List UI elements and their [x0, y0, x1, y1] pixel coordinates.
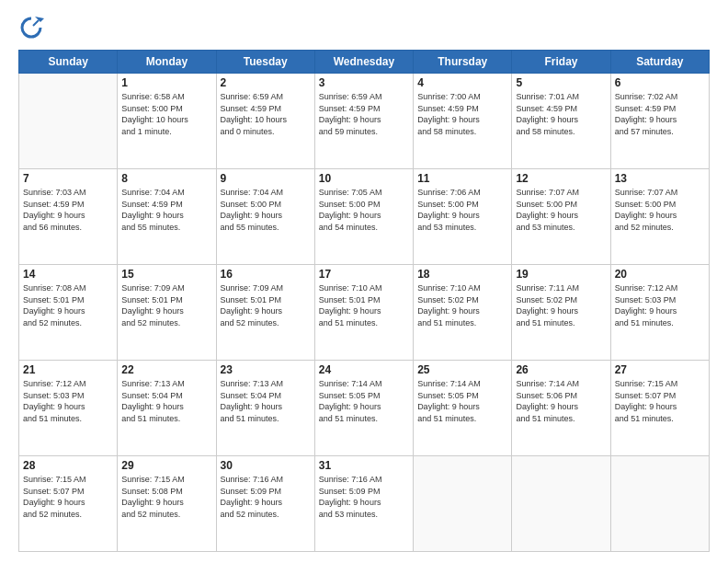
day-info: Sunrise: 7:11 AM Sunset: 5:02 PM Dayligh… [516, 282, 606, 328]
day-number: 23 [221, 363, 311, 376]
day-info: Sunrise: 7:09 AM Sunset: 5:01 PM Dayligh… [121, 282, 211, 328]
day-cell: 11Sunrise: 7:06 AM Sunset: 5:00 PM Dayli… [414, 169, 512, 265]
day-number: 9 [221, 172, 311, 185]
weekday-header-friday: Friday [512, 51, 610, 74]
day-number: 3 [319, 76, 409, 89]
day-number: 21 [23, 363, 113, 376]
day-info: Sunrise: 6:59 AM Sunset: 4:59 PM Dayligh… [221, 91, 311, 137]
day-cell [414, 456, 512, 552]
day-info: Sunrise: 7:01 AM Sunset: 4:59 PM Dayligh… [516, 91, 606, 137]
day-number: 4 [417, 76, 507, 89]
day-info: Sunrise: 7:14 AM Sunset: 5:06 PM Dayligh… [516, 378, 606, 424]
day-cell: 19Sunrise: 7:11 AM Sunset: 5:02 PM Dayli… [512, 265, 610, 361]
day-cell: 28Sunrise: 7:15 AM Sunset: 5:07 PM Dayli… [19, 456, 118, 552]
day-number: 8 [121, 172, 211, 185]
day-info: Sunrise: 7:07 AM Sunset: 5:00 PM Dayligh… [516, 187, 606, 233]
day-number: 31 [319, 459, 409, 472]
day-number: 5 [516, 76, 606, 89]
week-row-3: 21Sunrise: 7:12 AM Sunset: 5:03 PM Dayli… [19, 361, 710, 456]
day-info: Sunrise: 7:16 AM Sunset: 5:09 PM Dayligh… [221, 474, 311, 520]
day-info: Sunrise: 7:15 AM Sunset: 5:08 PM Dayligh… [121, 474, 211, 520]
weekday-header-thursday: Thursday [414, 51, 512, 74]
day-info: Sunrise: 7:15 AM Sunset: 5:07 PM Dayligh… [615, 378, 705, 424]
day-cell: 22Sunrise: 7:13 AM Sunset: 5:04 PM Dayli… [118, 361, 216, 456]
day-info: Sunrise: 6:58 AM Sunset: 5:00 PM Dayligh… [121, 91, 211, 137]
week-row-0: 1Sunrise: 6:58 AM Sunset: 5:00 PM Daylig… [19, 74, 710, 169]
header [18, 15, 710, 40]
day-cell: 5Sunrise: 7:01 AM Sunset: 4:59 PM Daylig… [512, 74, 610, 169]
day-cell: 27Sunrise: 7:15 AM Sunset: 5:07 PM Dayli… [610, 361, 709, 456]
weekday-header-monday: Monday [118, 51, 216, 74]
day-cell: 26Sunrise: 7:14 AM Sunset: 5:06 PM Dayli… [512, 361, 610, 456]
day-cell: 29Sunrise: 7:15 AM Sunset: 5:08 PM Dayli… [118, 456, 216, 552]
day-info: Sunrise: 7:15 AM Sunset: 5:07 PM Dayligh… [23, 474, 113, 520]
day-number: 15 [121, 268, 211, 281]
day-number: 13 [615, 172, 705, 185]
weekday-header-row: SundayMondayTuesdayWednesdayThursdayFrid… [19, 51, 710, 74]
week-row-4: 28Sunrise: 7:15 AM Sunset: 5:07 PM Dayli… [19, 456, 710, 552]
day-cell: 23Sunrise: 7:13 AM Sunset: 5:04 PM Dayli… [216, 361, 314, 456]
day-info: Sunrise: 7:14 AM Sunset: 5:05 PM Dayligh… [417, 378, 507, 424]
day-cell [512, 456, 610, 552]
day-number: 7 [23, 172, 113, 185]
week-row-1: 7Sunrise: 7:03 AM Sunset: 4:59 PM Daylig… [19, 169, 710, 265]
day-number: 1 [121, 76, 211, 89]
day-info: Sunrise: 7:16 AM Sunset: 5:09 PM Dayligh… [319, 474, 409, 520]
day-info: Sunrise: 7:14 AM Sunset: 5:05 PM Dayligh… [319, 378, 409, 424]
day-number: 16 [221, 268, 311, 281]
day-info: Sunrise: 7:12 AM Sunset: 5:03 PM Dayligh… [615, 282, 705, 328]
day-cell: 17Sunrise: 7:10 AM Sunset: 5:01 PM Dayli… [314, 265, 413, 361]
day-info: Sunrise: 7:04 AM Sunset: 5:00 PM Dayligh… [221, 187, 311, 233]
day-info: Sunrise: 7:10 AM Sunset: 5:01 PM Dayligh… [319, 282, 409, 328]
day-cell: 9Sunrise: 7:04 AM Sunset: 5:00 PM Daylig… [216, 169, 314, 265]
day-cell: 21Sunrise: 7:12 AM Sunset: 5:03 PM Dayli… [19, 361, 118, 456]
day-info: Sunrise: 7:05 AM Sunset: 5:00 PM Dayligh… [319, 187, 409, 233]
day-info: Sunrise: 7:03 AM Sunset: 4:59 PM Dayligh… [23, 187, 113, 233]
day-cell: 20Sunrise: 7:12 AM Sunset: 5:03 PM Dayli… [610, 265, 709, 361]
day-info: Sunrise: 7:04 AM Sunset: 4:59 PM Dayligh… [121, 187, 211, 233]
day-cell: 25Sunrise: 7:14 AM Sunset: 5:05 PM Dayli… [414, 361, 512, 456]
day-number: 14 [23, 268, 113, 281]
day-info: Sunrise: 7:08 AM Sunset: 5:01 PM Dayligh… [23, 282, 113, 328]
day-cell: 7Sunrise: 7:03 AM Sunset: 4:59 PM Daylig… [19, 169, 118, 265]
weekday-header-wednesday: Wednesday [314, 51, 413, 74]
day-cell: 4Sunrise: 7:00 AM Sunset: 4:59 PM Daylig… [414, 74, 512, 169]
day-cell: 14Sunrise: 7:08 AM Sunset: 5:01 PM Dayli… [19, 265, 118, 361]
day-number: 24 [319, 363, 409, 376]
day-cell: 12Sunrise: 7:07 AM Sunset: 5:00 PM Dayli… [512, 169, 610, 265]
page: SundayMondayTuesdayWednesdayThursdayFrid… [0, 0, 728, 563]
day-number: 6 [615, 76, 705, 89]
day-number: 2 [221, 76, 311, 89]
day-cell: 8Sunrise: 7:04 AM Sunset: 4:59 PM Daylig… [118, 169, 216, 265]
day-cell: 13Sunrise: 7:07 AM Sunset: 5:00 PM Dayli… [610, 169, 709, 265]
day-number: 18 [417, 268, 507, 281]
day-info: Sunrise: 7:13 AM Sunset: 5:04 PM Dayligh… [121, 378, 211, 424]
day-cell [610, 456, 709, 552]
calendar-table: SundayMondayTuesdayWednesdayThursdayFrid… [18, 50, 710, 552]
day-number: 28 [23, 459, 113, 472]
day-cell: 30Sunrise: 7:16 AM Sunset: 5:09 PM Dayli… [216, 456, 314, 552]
day-number: 11 [417, 172, 507, 185]
day-cell: 2Sunrise: 6:59 AM Sunset: 4:59 PM Daylig… [216, 74, 314, 169]
weekday-header-sunday: Sunday [19, 51, 118, 74]
day-number: 30 [221, 459, 311, 472]
day-number: 29 [121, 459, 211, 472]
day-cell: 31Sunrise: 7:16 AM Sunset: 5:09 PM Dayli… [314, 456, 413, 552]
day-number: 10 [319, 172, 409, 185]
logo [18, 15, 48, 40]
day-number: 22 [121, 363, 211, 376]
day-number: 25 [417, 363, 507, 376]
day-info: Sunrise: 7:07 AM Sunset: 5:00 PM Dayligh… [615, 187, 705, 233]
day-number: 20 [615, 268, 705, 281]
day-cell: 16Sunrise: 7:09 AM Sunset: 5:01 PM Dayli… [216, 265, 314, 361]
day-cell: 15Sunrise: 7:09 AM Sunset: 5:01 PM Dayli… [118, 265, 216, 361]
week-row-2: 14Sunrise: 7:08 AM Sunset: 5:01 PM Dayli… [19, 265, 710, 361]
day-info: Sunrise: 7:00 AM Sunset: 4:59 PM Dayligh… [417, 91, 507, 137]
weekday-header-saturday: Saturday [610, 51, 709, 74]
weekday-header-tuesday: Tuesday [216, 51, 314, 74]
day-cell: 10Sunrise: 7:05 AM Sunset: 5:00 PM Dayli… [314, 169, 413, 265]
day-number: 12 [516, 172, 606, 185]
day-info: Sunrise: 7:10 AM Sunset: 5:02 PM Dayligh… [417, 282, 507, 328]
day-info: Sunrise: 7:12 AM Sunset: 5:03 PM Dayligh… [23, 378, 113, 424]
day-info: Sunrise: 7:06 AM Sunset: 5:00 PM Dayligh… [417, 187, 507, 233]
